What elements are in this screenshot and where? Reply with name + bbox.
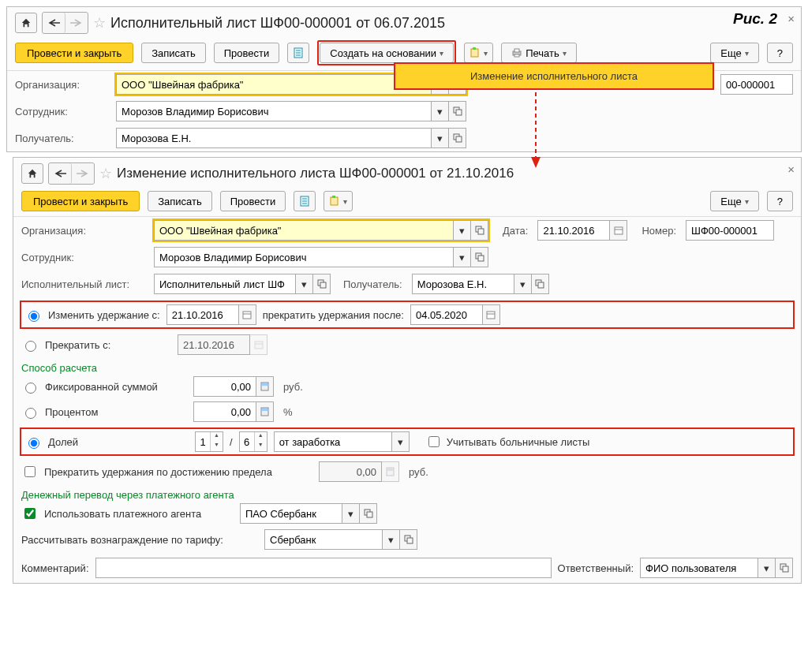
more-button[interactable]: Еще	[710, 43, 758, 63]
chevron-down-icon[interactable]: ▾	[454, 220, 471, 241]
sick-leave-checkbox[interactable]	[428, 436, 440, 447]
employee-field[interactable]	[116, 101, 432, 121]
svg-rect-8	[514, 54, 519, 57]
favorite-star-icon[interactable]: ☆	[99, 165, 112, 182]
org-field[interactable]	[154, 220, 454, 241]
chevron-down-icon[interactable]: ▾	[432, 128, 449, 148]
share-base-select[interactable]	[274, 431, 392, 452]
back-button[interactable]	[49, 163, 72, 184]
fixed-sum-radio[interactable]	[25, 383, 36, 394]
number-field[interactable]	[686, 220, 774, 241]
print-button[interactable]: Печать	[501, 43, 577, 63]
open-ref-icon[interactable]	[400, 529, 417, 550]
agent-field[interactable]	[240, 503, 342, 524]
stop-after-date[interactable]	[410, 304, 483, 325]
employee-field[interactable]	[154, 247, 454, 267]
limit-checkbox[interactable]	[24, 466, 36, 477]
chevron-down-icon[interactable]: ▾	[454, 247, 471, 267]
open-ref-icon[interactable]	[471, 247, 488, 267]
recipient-field[interactable]	[116, 128, 432, 148]
open-ref-icon[interactable]	[313, 274, 331, 294]
calendar-icon[interactable]	[239, 304, 256, 325]
chevron-down-icon[interactable]: ▾	[296, 274, 313, 294]
comment-field[interactable]	[95, 558, 552, 578]
save-button[interactable]: Записать	[141, 43, 206, 63]
window-title: Изменение исполнительного листа ШФ00-000…	[117, 166, 514, 181]
recipient-field[interactable]	[412, 274, 514, 294]
open-ref-icon[interactable]	[776, 558, 793, 578]
close-icon[interactable]: ×	[787, 162, 795, 176]
chevron-down-icon[interactable]: ▾	[392, 431, 410, 452]
percent-value[interactable]	[193, 401, 256, 422]
chevron-down-icon[interactable]: ▾	[514, 274, 532, 294]
report-icon-button[interactable]	[294, 191, 316, 211]
responsible-field[interactable]	[640, 558, 758, 578]
apply-button[interactable]: Провести	[214, 43, 280, 63]
help-button[interactable]: ?	[767, 191, 793, 211]
share-numerator[interactable]	[196, 432, 210, 451]
date-field[interactable]	[537, 220, 610, 241]
use-agent-label: Использовать платежного агента	[44, 508, 234, 520]
open-ref-icon[interactable]	[532, 274, 549, 294]
share-denominator[interactable]	[240, 432, 254, 451]
fee-field[interactable]	[264, 529, 383, 550]
open-ref-icon[interactable]	[449, 101, 466, 121]
step-down-icon[interactable]: ▼	[255, 442, 267, 451]
stop-from-radio[interactable]	[25, 341, 36, 352]
change-from-date[interactable]	[166, 304, 239, 325]
svg-rect-7	[514, 49, 519, 52]
calendar-icon[interactable]	[483, 304, 500, 325]
attach-icon-button[interactable]	[324, 191, 353, 211]
fee-label: Рассчитывать вознаграждение по тарифу:	[21, 534, 258, 546]
calculator-icon[interactable]	[256, 401, 274, 422]
forward-button[interactable]	[72, 163, 94, 184]
apply-button[interactable]: Провести	[220, 191, 286, 211]
svg-rect-27	[478, 256, 484, 261]
calendar-icon	[250, 334, 267, 355]
percent-radio[interactable]	[25, 408, 36, 419]
open-ref-icon[interactable]	[449, 128, 466, 148]
share-numerator-stepper[interactable]: ▲▼	[195, 431, 223, 452]
org-label: Организация:	[15, 79, 110, 91]
create-based-button[interactable]: Создать на основании	[320, 43, 454, 63]
fixed-sum-value[interactable]	[193, 376, 256, 397]
chevron-down-icon[interactable]: ▾	[342, 503, 360, 524]
step-up-icon[interactable]: ▲	[211, 432, 223, 442]
chevron-down-icon[interactable]: ▾	[758, 558, 776, 578]
svg-rect-29	[320, 282, 326, 288]
calendar-icon[interactable]	[610, 220, 627, 241]
forward-button[interactable]	[65, 13, 88, 33]
create-based-dropdown-item[interactable]: Изменение исполнительного листа	[394, 62, 714, 90]
step-down-icon[interactable]: ▼	[211, 442, 223, 451]
calculator-icon[interactable]	[256, 376, 274, 397]
share-denominator-stepper[interactable]: ▲▼	[239, 431, 267, 452]
open-ref-icon[interactable]	[360, 503, 377, 524]
number-tail-field[interactable]	[720, 74, 793, 95]
back-button[interactable]	[43, 13, 65, 33]
chevron-down-icon[interactable]: ▾	[383, 529, 400, 550]
home-button[interactable]	[21, 163, 43, 184]
close-icon[interactable]: ×	[787, 12, 795, 25]
save-button[interactable]: Записать	[148, 191, 212, 211]
exec-doc-label: Исполнительный лист:	[21, 278, 148, 290]
report-icon-button[interactable]	[287, 43, 309, 63]
home-button[interactable]	[15, 13, 37, 33]
svg-rect-47	[407, 538, 413, 543]
share-radio[interactable]	[28, 438, 39, 449]
org-field[interactable]	[116, 74, 432, 95]
fixed-sum-row: Фиксированной суммой руб.	[13, 374, 801, 399]
open-ref-icon[interactable]	[471, 220, 488, 241]
apply-close-button[interactable]: Провести и закрыть	[15, 43, 133, 63]
change-from-radio[interactable]	[28, 311, 39, 322]
step-up-icon[interactable]: ▲	[255, 432, 267, 442]
attach-icon-button[interactable]	[464, 43, 493, 63]
exec-doc-field[interactable]	[154, 274, 296, 294]
more-button[interactable]: Еще	[710, 191, 758, 211]
chevron-down-icon[interactable]: ▾	[432, 101, 449, 121]
use-agent-checkbox[interactable]	[24, 508, 36, 519]
share-label: Долей	[48, 436, 189, 448]
employee-label: Сотрудник:	[15, 106, 110, 118]
help-button[interactable]: ?	[767, 43, 793, 63]
favorite-star-icon[interactable]: ☆	[93, 14, 106, 32]
apply-close-button[interactable]: Провести и закрыть	[21, 191, 140, 211]
